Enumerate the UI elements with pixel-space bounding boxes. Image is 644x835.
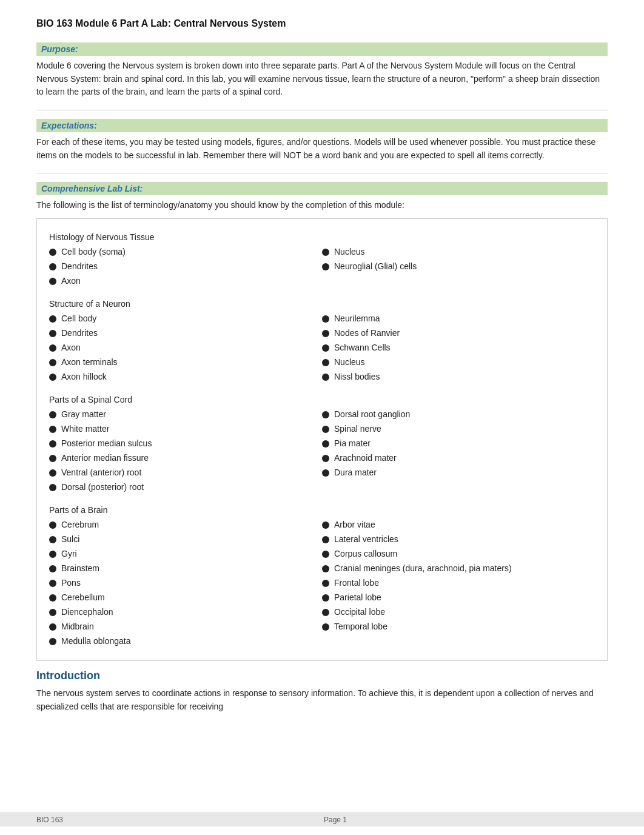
list-item: Pia mater (322, 437, 595, 450)
bullet-icon (49, 609, 56, 616)
lab-list-heading: Comprehensive Lab List: (36, 182, 608, 195)
list-item: Posterior median sulcus (49, 437, 322, 450)
bullet-icon (322, 249, 329, 256)
list-item: Spinal nerve (322, 423, 595, 435)
list-col-brain-left: Cerebrum Sulci Gyri Brainstem Pons Cereb… (49, 518, 322, 649)
list-item: Diencephalon (49, 606, 322, 619)
list-item: Neuroglial (Glial) cells (322, 260, 595, 273)
list-item: Axon (49, 275, 322, 287)
list-item: Occipital lobe (322, 606, 595, 619)
list-item: Schwann Cells (322, 341, 595, 354)
bullet-icon (322, 594, 329, 602)
list-item: Neurilemma (322, 312, 595, 325)
bullet-icon (322, 411, 329, 418)
list-item: Medulla oblongata (49, 635, 322, 648)
bullet-icon (49, 411, 56, 418)
lab-list-container: Histology of Nervous Tissue Cell body (s… (36, 218, 608, 661)
bullet-icon (322, 263, 329, 270)
bullet-icon (49, 315, 56, 323)
list-item: Cranial meninges (dura, arachnoid, pia m… (322, 562, 595, 575)
bullet-icon (49, 440, 56, 448)
page: BIO 163 Module 6 Part A Lab: Central Ner… (0, 0, 644, 835)
list-item: Gray matter (49, 408, 322, 421)
bullet-icon (322, 551, 329, 558)
bullet-icon (49, 484, 56, 491)
expectations-heading-wrapper: Expectations: (36, 119, 608, 132)
bullet-icon (49, 521, 56, 529)
lab-list-intro: The following is the list of terminology… (36, 199, 608, 212)
list-columns-histology: Cell body (soma) Dendrites Axon Nucleus … (49, 246, 595, 289)
list-item: Cerebrum (49, 518, 322, 531)
divider-1 (36, 110, 608, 110)
bullet-icon (322, 536, 329, 543)
bullet-icon (322, 330, 329, 337)
bullet-icon (49, 594, 56, 602)
list-item: Axon (49, 341, 322, 354)
list-col-neuron-right: Neurilemma Nodes of Ranvier Schwann Cell… (322, 312, 595, 385)
list-item: Axon hillock (49, 371, 322, 383)
list-item: Brainstem (49, 562, 322, 575)
footer-left: BIO 163 (36, 816, 63, 824)
list-group-neuron: Structure of a Neuron Cell body Dendrite… (49, 299, 595, 385)
bullet-icon (322, 609, 329, 616)
list-item: Arbor vitae (322, 518, 595, 531)
list-item: Arachnoid mater (322, 452, 595, 464)
purpose-heading: Purpose: (36, 42, 608, 56)
bullet-icon (322, 374, 329, 381)
list-item: Cerebellum (49, 591, 322, 604)
list-col-spinal-right: Dorsal root ganglion Spinal nerve Pia ma… (322, 408, 595, 495)
list-item: Dendrites (49, 327, 322, 340)
list-item: White matter (49, 423, 322, 435)
bullet-icon (322, 455, 329, 462)
list-columns-spinal-cord: Gray matter White matter Posterior media… (49, 408, 595, 495)
bullet-icon (322, 469, 329, 477)
list-item: Pons (49, 577, 322, 589)
list-item: Nissl bodies (322, 371, 595, 383)
list-item: Midbrain (49, 620, 322, 633)
introduction-heading: Introduction (36, 669, 608, 682)
list-group-histology: Histology of Nervous Tissue Cell body (s… (49, 232, 595, 289)
bullet-icon (49, 638, 56, 645)
list-group-histology-title: Histology of Nervous Tissue (49, 232, 595, 242)
bullet-icon (49, 249, 56, 256)
expectations-text: For each of these items, you may be test… (36, 136, 608, 162)
list-col-brain-right: Arbor vitae Lateral ventricles Corpus ca… (322, 518, 595, 649)
bullet-icon (322, 580, 329, 587)
list-item: Parietal lobe (322, 591, 595, 604)
list-item: Ventral (anterior) root (49, 466, 322, 479)
list-item: Dura mater (322, 466, 595, 479)
list-columns-neuron: Cell body Dendrites Axon Axon terminals … (49, 312, 595, 385)
list-item: Cell body (49, 312, 322, 325)
list-item: Frontal lobe (322, 577, 595, 589)
list-col-neuron-left: Cell body Dendrites Axon Axon terminals … (49, 312, 322, 385)
list-group-brain: Parts of a Brain Cerebrum Sulci Gyri Bra… (49, 505, 595, 649)
list-item: Lateral ventricles (322, 533, 595, 546)
bullet-icon (49, 623, 56, 631)
list-item: Dorsal root ganglion (322, 408, 595, 421)
list-item: Sulci (49, 533, 322, 546)
bullet-icon (49, 263, 56, 270)
footer: BIO 163 Page 1 (0, 813, 644, 827)
list-group-neuron-title: Structure of a Neuron (49, 299, 595, 309)
bullet-icon (49, 426, 56, 433)
list-item: Corpus callosum (322, 548, 595, 560)
bullet-icon (322, 315, 329, 323)
bullet-icon (49, 374, 56, 381)
bullet-icon (49, 359, 56, 366)
bullet-icon (49, 278, 56, 285)
list-item: Cell body (soma) (49, 246, 322, 258)
bullet-icon (49, 580, 56, 587)
bullet-icon (49, 344, 56, 352)
list-group-brain-title: Parts of a Brain (49, 505, 595, 515)
list-col-histology-right: Nucleus Neuroglial (Glial) cells (322, 246, 595, 289)
lab-list-heading-wrapper: Comprehensive Lab List: (36, 182, 608, 195)
list-group-spinal-cord-title: Parts of a Spinal Cord (49, 395, 595, 404)
list-item: Nodes of Ranvier (322, 327, 595, 340)
list-item: Gyri (49, 548, 322, 560)
bullet-icon (322, 359, 329, 366)
purpose-heading-wrapper: Purpose: (36, 42, 608, 56)
bullet-icon (322, 426, 329, 433)
list-item: Temporal lobe (322, 620, 595, 633)
bullet-icon (322, 521, 329, 529)
list-col-spinal-left: Gray matter White matter Posterior media… (49, 408, 322, 495)
